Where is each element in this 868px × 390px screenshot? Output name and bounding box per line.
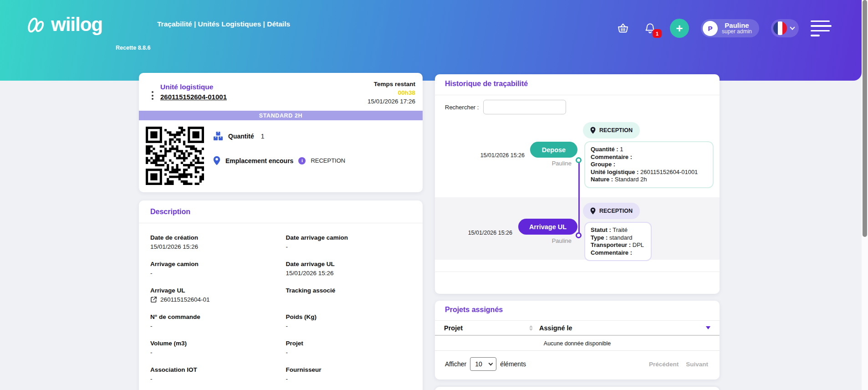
field-label: Arrivage UL — [150, 287, 277, 294]
menu-bar — [811, 30, 830, 32]
field-value: 15/01/2026 15:26 — [286, 270, 413, 277]
arrivage-ul-link[interactable]: 260115152604-01 — [150, 296, 277, 303]
column-assigne-le[interactable]: Assigné le — [539, 324, 639, 332]
history-timeline: 15/01/2026 15:26 Depose Pauline RECEPTIO… — [435, 116, 720, 272]
quantity-value: 1 — [261, 133, 265, 140]
menu-bar — [811, 25, 832, 27]
field-label: Projet — [286, 340, 413, 347]
deadline-value: 15/01/2026 17:26 — [368, 97, 415, 106]
field-label: Volume (m3) — [150, 340, 277, 347]
field-value: - — [150, 375, 277, 382]
field-value: - — [286, 349, 413, 356]
history-title: Historique de traçabilité — [445, 80, 528, 88]
time-remaining-label: Temps restant — [368, 80, 415, 88]
timeline-line — [578, 160, 580, 236]
event-date: 15/01/2026 15:26 — [444, 152, 525, 159]
search-label: Rechercher : — [445, 104, 479, 111]
sort-icon[interactable] — [529, 325, 533, 331]
timeline-node — [576, 232, 582, 238]
notifications-button[interactable]: 1 — [643, 21, 658, 36]
breadcrumb-current: Détails — [267, 20, 290, 28]
scrollbar-thumb[interactable] — [863, 0, 867, 237]
event-action-arrivage[interactable]: Arrivage UL — [518, 219, 577, 235]
menu-bar — [811, 21, 830, 22]
previous-button[interactable]: Précédent — [649, 361, 679, 368]
assigned-projects-card: Projets assignés Projet Assigné le Aucun… — [435, 301, 720, 380]
description-fields: Date de création15/01/2026 15:26 Date ar… — [150, 234, 412, 390]
main-menu-button[interactable] — [811, 21, 832, 36]
notification-badge: 1 — [653, 29, 662, 38]
field-label: Tracking associé — [286, 287, 413, 294]
projects-title: Projets assignés — [445, 306, 503, 314]
field-value: - — [150, 270, 277, 277]
empty-table-message: Aucune donnée disponible — [435, 337, 720, 351]
event-action-depose[interactable]: Depose — [530, 142, 577, 158]
wiilog-logo-icon — [24, 13, 47, 36]
event-details: Quantité : 1 Commentaire : Groupe : Unit… — [584, 141, 714, 188]
user-role: super admin — [722, 29, 752, 35]
timeline-node — [576, 157, 582, 163]
app-header: wiilog Recette 8.8.6 Traçabilité | Unité… — [0, 0, 862, 81]
search-input[interactable] — [483, 100, 566, 114]
page-size-label: Afficher — [445, 360, 466, 368]
french-flag-icon — [773, 21, 787, 35]
scrollbar-track[interactable] — [862, 0, 868, 390]
basket-icon — [617, 22, 629, 35]
quick-add-button[interactable]: + — [670, 19, 689, 38]
field-value: - — [150, 349, 277, 356]
qr-code — [146, 127, 204, 185]
quantity-label: Quantité — [228, 133, 254, 140]
breadcrumb-prefix[interactable]: Traçabilité | Unités Logistiques | — [157, 20, 267, 28]
boxes-icon — [213, 131, 223, 141]
page-size-select[interactable]: 10 — [470, 357, 496, 371]
projects-table-header: Projet Assigné le — [435, 321, 720, 336]
sort-desc-icon[interactable] — [706, 326, 710, 329]
traceability-history-card: Historique de traçabilité Rechercher : 1… — [435, 74, 720, 294]
user-name: Pauline — [722, 22, 752, 29]
event-user: Pauline — [480, 237, 572, 244]
event-date: 15/01/2026 15:26 — [444, 230, 512, 236]
field-label: N° de commande — [150, 313, 277, 320]
kebab-menu-button[interactable] — [150, 89, 155, 102]
location-label: Emplacement encours — [225, 157, 293, 164]
next-button[interactable]: Suivant — [686, 361, 708, 368]
field-value: - — [286, 243, 413, 250]
description-title: Description — [150, 208, 190, 216]
field-value: - — [286, 323, 413, 329]
field-label: Association IOT — [150, 366, 277, 373]
field-label: Date arrivage camion — [286, 234, 413, 241]
app-version: Recette 8.8.6 — [116, 45, 150, 51]
logistic-unit-title: Unité logistique — [160, 83, 227, 91]
field-label: Date de création — [150, 234, 277, 241]
event-details: Statut : Traité Type : standard Transpor… — [584, 222, 652, 261]
avatar: P — [703, 21, 718, 36]
field-label: Fournisseur — [286, 366, 413, 373]
location-pin-icon — [213, 156, 220, 165]
time-remaining-value: 00h38 — [368, 88, 415, 97]
breadcrumb[interactable]: Traçabilité | Unités Logistiques | Détai… — [157, 20, 290, 28]
basket-button[interactable] — [615, 21, 631, 36]
event-user: Pauline — [480, 160, 572, 167]
field-label: Poids (Kg) — [286, 313, 413, 320]
logo-text: wiilog — [51, 14, 102, 36]
external-link-icon — [150, 296, 157, 303]
event-location-tag: RECEPTION — [583, 122, 640, 139]
location-value: RECEPTION — [311, 157, 345, 164]
app-logo[interactable]: wiilog — [24, 13, 102, 36]
chevron-down-icon — [790, 25, 795, 30]
description-card: Description Date de création15/01/2026 1… — [139, 200, 423, 390]
language-selector[interactable] — [771, 19, 799, 37]
info-icon[interactable]: i — [298, 157, 306, 164]
user-menu[interactable]: P Pauline super admin — [701, 19, 759, 37]
chevron-down-icon — [489, 361, 493, 365]
field-label: Arrivage camion — [150, 261, 277, 267]
logistic-unit-card: Unité logistique 260115152604-01001 Temp… — [139, 73, 423, 192]
location-pin-icon — [590, 127, 596, 134]
column-projet[interactable]: Projet — [444, 324, 463, 332]
nature-banner: STANDARD 2H — [139, 111, 423, 120]
items-label: éléments — [500, 360, 526, 368]
field-value: - — [286, 375, 413, 382]
field-value: 15/01/2026 15:26 — [150, 243, 277, 250]
logistic-unit-code-link[interactable]: 260115152604-01001 — [160, 93, 227, 101]
menu-bar — [811, 35, 820, 36]
